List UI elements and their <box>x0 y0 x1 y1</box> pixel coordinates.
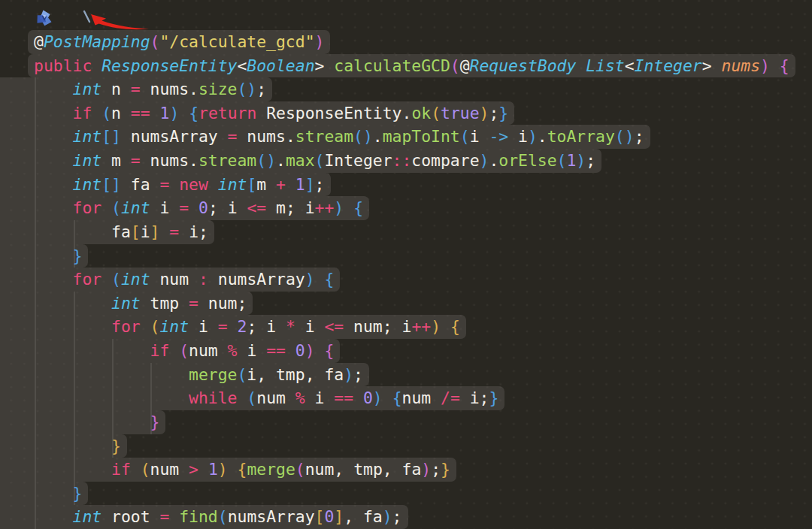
code-view: @PostMapping("/calculate_gcd")public Res… <box>0 0 812 529</box>
token: i <box>295 317 325 336</box>
code-line-11: for (int num : numsArray) { <box>0 268 812 292</box>
code-text: } <box>34 410 159 434</box>
token: ( <box>295 460 305 479</box>
token <box>92 56 102 75</box>
token: nums. <box>237 127 295 146</box>
token: tmp <box>141 294 189 313</box>
token <box>159 222 169 241</box>
token: num <box>402 388 441 407</box>
token <box>344 198 353 217</box>
token: ( <box>150 317 160 336</box>
token: num <box>256 388 295 407</box>
token <box>141 317 150 336</box>
token: { <box>780 56 789 75</box>
token: i, tmp, fa <box>247 365 344 384</box>
token: compare <box>411 151 479 170</box>
token: = <box>131 80 141 98</box>
token: "/calculate_gcd" <box>159 32 314 51</box>
token: { <box>238 460 247 479</box>
token: } <box>111 437 121 455</box>
token <box>189 198 198 217</box>
token <box>770 56 780 75</box>
token: int <box>121 198 150 217</box>
token: num <box>189 341 228 360</box>
token <box>34 460 111 479</box>
token: for <box>111 317 141 336</box>
token: merge <box>247 460 295 479</box>
code-text: @PostMapping("/calculate_gcd") <box>34 30 324 54</box>
token <box>150 104 160 122</box>
token <box>441 317 450 336</box>
token: ; i <box>208 198 247 217</box>
token: find <box>179 507 218 526</box>
token: Integer <box>635 56 702 75</box>
token: int <box>121 270 150 289</box>
token: = <box>169 222 179 241</box>
token: ; <box>431 460 441 479</box>
token <box>315 341 325 360</box>
token: Integer <box>324 151 392 170</box>
token: ] <box>334 507 344 526</box>
token: 1 <box>295 175 305 194</box>
token: m <box>102 151 131 170</box>
token: root <box>102 507 159 526</box>
token: -> <box>489 127 508 146</box>
token: num; i <box>344 317 411 336</box>
token <box>102 270 111 289</box>
token <box>169 341 179 360</box>
token: int <box>73 175 102 194</box>
token: ) <box>344 365 353 384</box>
assistant-logo-icon[interactable] <box>34 8 54 29</box>
token: () <box>353 127 373 146</box>
token: nums. <box>141 80 198 98</box>
code-line-15: merge(i, tmp, fa); <box>0 363 812 387</box>
token: ( <box>315 151 325 170</box>
token: size <box>198 80 238 98</box>
token <box>169 175 179 194</box>
token: 0 <box>363 388 373 407</box>
token: = <box>228 127 238 146</box>
token: <= <box>324 317 344 336</box>
token <box>131 460 141 479</box>
token: ++ <box>315 198 335 217</box>
token: ) <box>305 341 315 360</box>
code-text: int m = nums.stream().max(Integer::compa… <box>34 149 595 173</box>
token: ) <box>334 198 344 217</box>
token: ( <box>111 270 121 289</box>
token: : <box>198 270 208 289</box>
token: } <box>489 388 498 407</box>
token: calculateGCD <box>334 56 450 75</box>
token <box>34 341 150 360</box>
token: , fa <box>344 507 383 526</box>
token <box>353 388 363 407</box>
token <box>34 413 150 431</box>
token: i; <box>179 222 208 241</box>
token <box>383 388 392 407</box>
code-text: fa[i] = i; <box>34 220 208 244</box>
token: int <box>73 80 102 98</box>
token: [ <box>131 222 141 241</box>
code-text: merge(i, tmp, fa); <box>34 363 363 387</box>
token: i <box>305 388 335 407</box>
token: :: <box>392 151 412 170</box>
code-line-16: while (num % i == 0) {num /= i;} <box>0 386 812 410</box>
code-line-8: for (int i = 0; i <= m; i++) { <box>0 196 812 220</box>
token: ; <box>489 104 498 122</box>
code-line-13: for (int i = 2; i * i <= num; i++) { <box>0 315 812 339</box>
token: } <box>498 104 508 122</box>
token <box>34 437 111 455</box>
token: ) <box>431 317 441 336</box>
token: int <box>73 507 102 526</box>
token: ( <box>450 56 460 75</box>
token: [ <box>247 175 256 194</box>
token: } <box>441 460 450 479</box>
code-line-9: fa[i] = i; <box>0 220 812 244</box>
token: RequestBody <box>470 56 577 75</box>
code-line-21: int root = find(numsArray[0], fa); <box>0 505 812 529</box>
token: ( <box>150 32 160 51</box>
code-text: int[] numsArray = nums.stream().mapToInt… <box>34 125 644 149</box>
token <box>34 104 73 122</box>
token <box>34 507 73 526</box>
token: ; <box>353 365 363 384</box>
code-text: if (n == 1) {return ResponseEntity.ok(tr… <box>34 101 508 125</box>
